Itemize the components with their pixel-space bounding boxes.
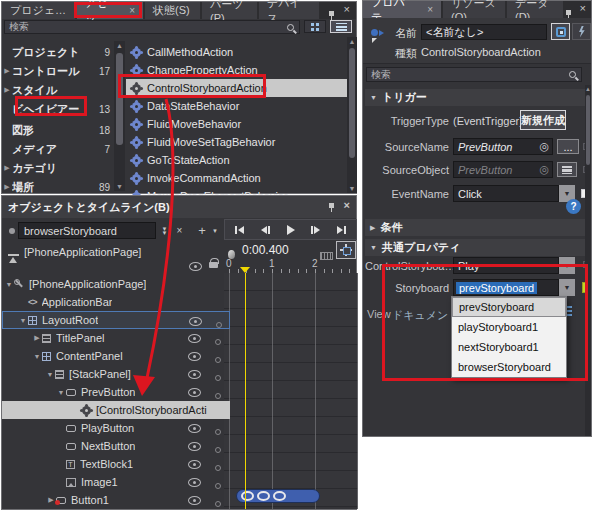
gridline-1s — [272, 273, 273, 509]
annotation-box-assets-tab — [74, 2, 142, 18]
asset-items-scrollbar[interactable]: ▲ ▼ — [347, 37, 357, 193]
assets-search-input[interactable]: 検索 — [4, 20, 300, 34]
close-storyboard-button[interactable]: ▼▼ — [158, 222, 171, 239]
eye-icon[interactable] — [188, 351, 201, 363]
add-storyboard-button[interactable]: + — [195, 222, 209, 239]
lock-toggle-icon[interactable] — [215, 497, 221, 509]
name-input[interactable]: <名前なし> — [421, 24, 547, 40]
conditions-section-header[interactable]: ▶ 条件 — [365, 219, 587, 236]
eye-icon[interactable] — [188, 387, 201, 399]
first-frame-button[interactable] — [235, 226, 244, 234]
asset-item[interactable]: CallMethodAction — [126, 43, 347, 61]
eye-icon[interactable] — [189, 316, 202, 328]
eye-icon[interactable] — [188, 333, 201, 345]
properties-scrollbar[interactable]: ▲ — [585, 85, 591, 436]
sourceobject-label: SourceObject — [363, 164, 449, 176]
asset-item[interactable]: FluidMoveSetTagBehavior — [126, 133, 347, 151]
eventname-combo[interactable]: Click — [453, 185, 559, 202]
eye-icon[interactable] — [188, 441, 201, 453]
storyboard-name-box[interactable]: browserStoryboard — [18, 222, 156, 239]
last-frame-button[interactable] — [337, 226, 346, 234]
eye-icon[interactable] — [188, 477, 201, 489]
tab-close-icon[interactable]: × — [427, 4, 433, 15]
tab-resources[interactable]: リソース(O) — [443, 1, 505, 18]
snap-toggle-button[interactable] — [336, 241, 356, 259]
asset-item-clipped[interactable]: MouseDragElementBehavior — [126, 187, 347, 195]
tab-devices[interactable]: デバイス… — [259, 2, 319, 19]
properties-search-input[interactable]: 検索 — [366, 67, 582, 82]
lock-toggle-icon[interactable] — [215, 479, 221, 491]
tab-projects[interactable]: プロジェ… — [2, 2, 75, 19]
lock-toggle-icon[interactable] — [215, 443, 221, 455]
trigger-section-header[interactable]: ▼ トリガー — [365, 89, 587, 106]
properties-view-button[interactable] — [551, 23, 570, 40]
lock-toggle-icon[interactable] — [215, 425, 221, 437]
tab-parts[interactable]: パーツ(P) — [202, 2, 257, 19]
timeline-grid[interactable] — [224, 273, 358, 509]
sourceobject-databind-button[interactable] — [557, 162, 577, 177]
stack-panel-icon — [42, 334, 51, 343]
asset-item[interactable]: InvokeCommandAction — [126, 169, 347, 187]
help-button[interactable]: ? — [566, 199, 581, 214]
eye-icon[interactable] — [188, 495, 201, 507]
lock-toggle-icon[interactable] — [215, 461, 221, 473]
next-frame-button[interactable] — [311, 226, 320, 234]
asset-item[interactable]: FluidMoveBehavior — [126, 115, 347, 133]
tab-data[interactable]: データ(D) — [507, 1, 563, 18]
asset-item[interactable]: DataStateBehavior — [126, 97, 347, 115]
tree-row-image1[interactable]: Image1 — [2, 473, 224, 491]
lock-toggle-icon[interactable] — [215, 353, 221, 365]
tree-row-button1[interactable]: ▶Button1 — [2, 491, 224, 509]
eye-icon[interactable] — [188, 459, 201, 471]
keyframe-compound-badge[interactable] — [236, 489, 320, 503]
gridline-3s — [357, 273, 358, 509]
tree-row-applicationbar[interactable]: <>ApplicationBar — [2, 293, 224, 311]
pin-icon[interactable] — [327, 202, 336, 214]
tree-row-controlstoryboardaction-selected[interactable]: [ControlStoryboardActi — [2, 401, 230, 419]
tree-row-playbutton[interactable]: PlayButton — [2, 419, 224, 437]
tree-row-phoneapplicationpage[interactable]: ▼[PhoneApplicationPage] — [2, 275, 224, 293]
playhead-line[interactable] — [245, 273, 246, 509]
new-trigger-button[interactable]: 新規作成 — [520, 110, 566, 130]
tools-icon — [14, 279, 24, 289]
scope-up-icon[interactable] — [8, 249, 19, 267]
lock-toggle-icon[interactable] — [215, 389, 221, 401]
sourceobject-input[interactable]: PrevButton ◎ — [453, 161, 553, 178]
common-properties-header[interactable]: ▼ 共通プロパティ — [365, 239, 587, 256]
sourcename-picker-button[interactable]: ... — [557, 139, 579, 154]
tab-states[interactable]: 状態(S) — [145, 2, 200, 19]
list-view-button[interactable] — [330, 20, 352, 33]
tree-row-prevbutton[interactable]: ▼PrevButton — [2, 383, 224, 401]
eye-icon[interactable] — [188, 423, 201, 435]
grid-view-button[interactable] — [304, 20, 326, 33]
tab-properties[interactable]: プロパテ…× — [363, 1, 441, 18]
tree-row-textblock1[interactable]: TTextBlock1 — [2, 455, 224, 473]
button-icon — [66, 389, 76, 396]
tree-row-nextbutton[interactable]: NextButton — [2, 437, 224, 455]
tree-row-stackpanel[interactable]: ▼[StackPanel] — [2, 365, 224, 383]
sourcename-input[interactable]: PrevButton ◎ — [453, 138, 553, 155]
image-icon — [66, 478, 76, 487]
eye-icon[interactable] — [188, 369, 201, 381]
triggertype-label: TriggerType — [363, 115, 449, 127]
lock-toggle-icon[interactable] — [215, 371, 221, 383]
lock-toggle-icon[interactable] — [215, 335, 221, 347]
events-view-button[interactable] — [572, 23, 591, 40]
tree-row-layoutroot[interactable]: ▼LayoutRoot — [2, 311, 230, 329]
delete-storyboard-button[interactable]: × — [173, 222, 186, 239]
previous-frame-button[interactable] — [261, 226, 270, 234]
asset-item[interactable]: GoToStateAction — [126, 151, 347, 169]
scope-up-label[interactable]: [PhoneApplicationPage] — [24, 246, 141, 258]
close-icon[interactable]: × — [344, 200, 350, 211]
playhead-handle[interactable] — [240, 267, 250, 273]
lock-column-icon[interactable] — [209, 255, 218, 273]
blend-workspace: プロジェ… アセッ…× 状態(S) パーツ(P) デバイス… × 検索 プロジェ… — [0, 0, 600, 519]
tree-row-titlepanel[interactable]: ▶TitlePanel — [2, 329, 224, 347]
visibility-column-eye-icon[interactable] — [189, 257, 202, 275]
play-button[interactable] — [287, 225, 295, 235]
playhead-time[interactable]: 0:00.400 — [242, 243, 289, 257]
close-icon[interactable]: × — [344, 4, 350, 15]
tree-row-contentpanel[interactable]: ▼ContentPanel — [2, 347, 224, 365]
close-icon[interactable]: × — [580, 3, 586, 14]
storyboard-menu-caret[interactable]: ▼ — [209, 222, 221, 239]
